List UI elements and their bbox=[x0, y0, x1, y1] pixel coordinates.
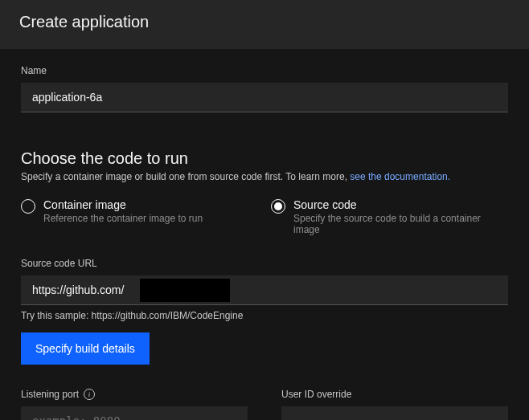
source-url-input-wrap bbox=[21, 275, 508, 305]
listening-port-group: Listening port i bbox=[21, 389, 248, 420]
code-section-desc: Specify a container image or build one f… bbox=[21, 171, 508, 182]
listening-port-label-row: Listening port i bbox=[21, 389, 248, 400]
radio-circle-selected-icon bbox=[271, 199, 285, 214]
radio-source-code[interactable]: Source code Specify the source code to b… bbox=[271, 198, 508, 235]
info-icon[interactable]: i bbox=[84, 389, 95, 400]
user-id-label: User ID override bbox=[281, 389, 351, 400]
source-url-input[interactable] bbox=[21, 275, 508, 305]
code-type-radio-group: Container image Reference the container … bbox=[21, 198, 508, 235]
redacted-region bbox=[140, 279, 230, 302]
radio-container-image[interactable]: Container image Reference the container … bbox=[21, 198, 258, 235]
listening-port-input[interactable] bbox=[21, 406, 248, 420]
source-url-label: Source code URL bbox=[21, 258, 508, 269]
user-id-label-row: User ID override bbox=[281, 389, 508, 400]
specify-build-details-button[interactable]: Specify build details bbox=[21, 332, 150, 365]
radio-source-text: Source code Specify the source code to b… bbox=[293, 198, 508, 235]
radio-container-title: Container image bbox=[43, 198, 203, 211]
page-title: Create application bbox=[19, 13, 510, 31]
name-label: Name bbox=[21, 65, 508, 76]
code-section-desc-text: Specify a container image or build one f… bbox=[21, 171, 350, 182]
user-id-group: User ID override bbox=[281, 389, 508, 420]
listening-port-label: Listening port bbox=[21, 389, 79, 400]
user-id-input[interactable] bbox=[281, 406, 508, 420]
radio-source-title: Source code bbox=[293, 198, 508, 211]
name-field-group: Name bbox=[21, 65, 508, 112]
radio-source-desc: Specify the source code to build a conta… bbox=[293, 213, 508, 235]
page-header: Create application bbox=[0, 0, 529, 49]
port-userid-row: Listening port i User ID override bbox=[21, 389, 508, 420]
documentation-link[interactable]: see the documentation. bbox=[350, 171, 450, 182]
source-url-sample: Try this sample: https://github.com/IBM/… bbox=[21, 310, 508, 321]
radio-container-desc: Reference the container image to run bbox=[43, 213, 203, 224]
name-input[interactable] bbox=[21, 83, 508, 112]
radio-container-text: Container image Reference the container … bbox=[43, 198, 203, 224]
form-body: Name Choose the code to run Specify a co… bbox=[0, 49, 529, 420]
code-section-title: Choose the code to run bbox=[21, 149, 508, 168]
radio-circle-icon bbox=[21, 199, 35, 214]
